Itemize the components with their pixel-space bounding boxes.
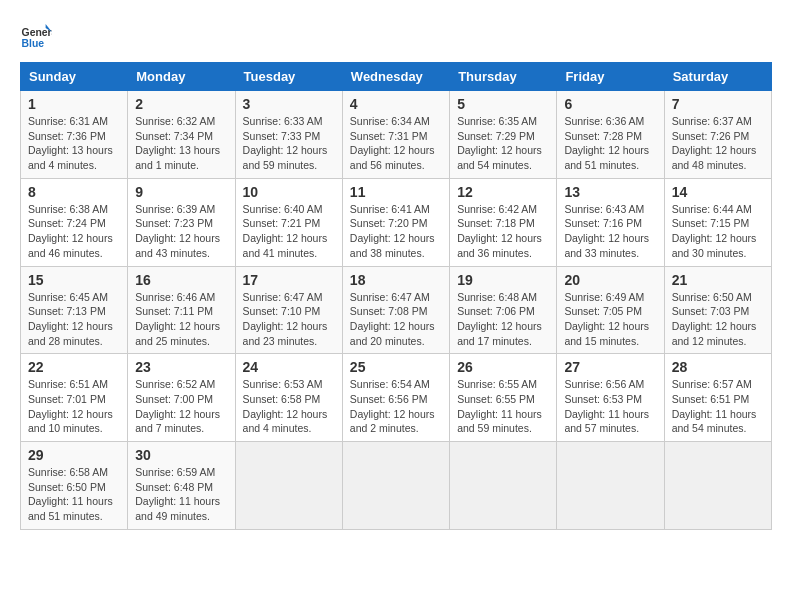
- day-cell: 29 Sunrise: 6:58 AM Sunset: 6:50 PM Dayl…: [21, 442, 128, 530]
- day-info: Sunrise: 6:54 AM Sunset: 6:56 PM Dayligh…: [350, 377, 442, 436]
- logo: General Blue: [20, 20, 52, 52]
- day-info: Sunrise: 6:40 AM Sunset: 7:21 PM Dayligh…: [243, 202, 335, 261]
- day-cell: 18 Sunrise: 6:47 AM Sunset: 7:08 PM Dayl…: [342, 266, 449, 354]
- day-number: 15: [28, 272, 120, 288]
- column-header-friday: Friday: [557, 63, 664, 91]
- calendar-table: SundayMondayTuesdayWednesdayThursdayFrid…: [20, 62, 772, 530]
- day-info: Sunrise: 6:35 AM Sunset: 7:29 PM Dayligh…: [457, 114, 549, 173]
- day-cell: 24 Sunrise: 6:53 AM Sunset: 6:58 PM Dayl…: [235, 354, 342, 442]
- day-number: 26: [457, 359, 549, 375]
- day-number: 5: [457, 96, 549, 112]
- day-number: 11: [350, 184, 442, 200]
- day-number: 14: [672, 184, 764, 200]
- day-cell: [235, 442, 342, 530]
- day-number: 13: [564, 184, 656, 200]
- day-cell: 23 Sunrise: 6:52 AM Sunset: 7:00 PM Dayl…: [128, 354, 235, 442]
- day-info: Sunrise: 6:52 AM Sunset: 7:00 PM Dayligh…: [135, 377, 227, 436]
- day-cell: [342, 442, 449, 530]
- day-number: 1: [28, 96, 120, 112]
- day-number: 20: [564, 272, 656, 288]
- day-info: Sunrise: 6:45 AM Sunset: 7:13 PM Dayligh…: [28, 290, 120, 349]
- day-info: Sunrise: 6:46 AM Sunset: 7:11 PM Dayligh…: [135, 290, 227, 349]
- day-number: 3: [243, 96, 335, 112]
- column-header-tuesday: Tuesday: [235, 63, 342, 91]
- day-info: Sunrise: 6:36 AM Sunset: 7:28 PM Dayligh…: [564, 114, 656, 173]
- day-info: Sunrise: 6:56 AM Sunset: 6:53 PM Dayligh…: [564, 377, 656, 436]
- day-number: 29: [28, 447, 120, 463]
- day-cell: 17 Sunrise: 6:47 AM Sunset: 7:10 PM Dayl…: [235, 266, 342, 354]
- day-info: Sunrise: 6:37 AM Sunset: 7:26 PM Dayligh…: [672, 114, 764, 173]
- day-cell: 3 Sunrise: 6:33 AM Sunset: 7:33 PM Dayli…: [235, 91, 342, 179]
- day-info: Sunrise: 6:41 AM Sunset: 7:20 PM Dayligh…: [350, 202, 442, 261]
- day-cell: 2 Sunrise: 6:32 AM Sunset: 7:34 PM Dayli…: [128, 91, 235, 179]
- day-number: 25: [350, 359, 442, 375]
- day-cell: [557, 442, 664, 530]
- day-number: 12: [457, 184, 549, 200]
- column-header-monday: Monday: [128, 63, 235, 91]
- day-number: 7: [672, 96, 764, 112]
- day-number: 8: [28, 184, 120, 200]
- day-info: Sunrise: 6:44 AM Sunset: 7:15 PM Dayligh…: [672, 202, 764, 261]
- week-row-2: 8 Sunrise: 6:38 AM Sunset: 7:24 PM Dayli…: [21, 178, 772, 266]
- day-info: Sunrise: 6:47 AM Sunset: 7:08 PM Dayligh…: [350, 290, 442, 349]
- day-cell: 12 Sunrise: 6:42 AM Sunset: 7:18 PM Dayl…: [450, 178, 557, 266]
- day-number: 21: [672, 272, 764, 288]
- day-info: Sunrise: 6:49 AM Sunset: 7:05 PM Dayligh…: [564, 290, 656, 349]
- week-row-3: 15 Sunrise: 6:45 AM Sunset: 7:13 PM Dayl…: [21, 266, 772, 354]
- day-info: Sunrise: 6:58 AM Sunset: 6:50 PM Dayligh…: [28, 465, 120, 524]
- day-info: Sunrise: 6:55 AM Sunset: 6:55 PM Dayligh…: [457, 377, 549, 436]
- day-number: 24: [243, 359, 335, 375]
- day-number: 10: [243, 184, 335, 200]
- day-info: Sunrise: 6:53 AM Sunset: 6:58 PM Dayligh…: [243, 377, 335, 436]
- day-info: Sunrise: 6:31 AM Sunset: 7:36 PM Dayligh…: [28, 114, 120, 173]
- day-info: Sunrise: 6:39 AM Sunset: 7:23 PM Dayligh…: [135, 202, 227, 261]
- day-number: 9: [135, 184, 227, 200]
- day-info: Sunrise: 6:34 AM Sunset: 7:31 PM Dayligh…: [350, 114, 442, 173]
- day-cell: 30 Sunrise: 6:59 AM Sunset: 6:48 PM Dayl…: [128, 442, 235, 530]
- day-info: Sunrise: 6:57 AM Sunset: 6:51 PM Dayligh…: [672, 377, 764, 436]
- day-cell: 25 Sunrise: 6:54 AM Sunset: 6:56 PM Dayl…: [342, 354, 449, 442]
- day-number: 27: [564, 359, 656, 375]
- day-cell: 16 Sunrise: 6:46 AM Sunset: 7:11 PM Dayl…: [128, 266, 235, 354]
- day-number: 23: [135, 359, 227, 375]
- day-cell: 11 Sunrise: 6:41 AM Sunset: 7:20 PM Dayl…: [342, 178, 449, 266]
- day-cell: 13 Sunrise: 6:43 AM Sunset: 7:16 PM Dayl…: [557, 178, 664, 266]
- day-number: 4: [350, 96, 442, 112]
- day-cell: 10 Sunrise: 6:40 AM Sunset: 7:21 PM Dayl…: [235, 178, 342, 266]
- day-number: 17: [243, 272, 335, 288]
- day-number: 19: [457, 272, 549, 288]
- day-cell: 4 Sunrise: 6:34 AM Sunset: 7:31 PM Dayli…: [342, 91, 449, 179]
- day-info: Sunrise: 6:32 AM Sunset: 7:34 PM Dayligh…: [135, 114, 227, 173]
- week-row-4: 22 Sunrise: 6:51 AM Sunset: 7:01 PM Dayl…: [21, 354, 772, 442]
- day-info: Sunrise: 6:48 AM Sunset: 7:06 PM Dayligh…: [457, 290, 549, 349]
- day-number: 6: [564, 96, 656, 112]
- day-info: Sunrise: 6:42 AM Sunset: 7:18 PM Dayligh…: [457, 202, 549, 261]
- day-cell: 9 Sunrise: 6:39 AM Sunset: 7:23 PM Dayli…: [128, 178, 235, 266]
- day-info: Sunrise: 6:43 AM Sunset: 7:16 PM Dayligh…: [564, 202, 656, 261]
- day-cell: 21 Sunrise: 6:50 AM Sunset: 7:03 PM Dayl…: [664, 266, 771, 354]
- day-number: 30: [135, 447, 227, 463]
- day-cell: 14 Sunrise: 6:44 AM Sunset: 7:15 PM Dayl…: [664, 178, 771, 266]
- day-info: Sunrise: 6:47 AM Sunset: 7:10 PM Dayligh…: [243, 290, 335, 349]
- day-number: 16: [135, 272, 227, 288]
- day-cell: 28 Sunrise: 6:57 AM Sunset: 6:51 PM Dayl…: [664, 354, 771, 442]
- day-number: 28: [672, 359, 764, 375]
- day-cell: 20 Sunrise: 6:49 AM Sunset: 7:05 PM Dayl…: [557, 266, 664, 354]
- day-number: 22: [28, 359, 120, 375]
- day-info: Sunrise: 6:59 AM Sunset: 6:48 PM Dayligh…: [135, 465, 227, 524]
- day-cell: [664, 442, 771, 530]
- day-cell: 5 Sunrise: 6:35 AM Sunset: 7:29 PM Dayli…: [450, 91, 557, 179]
- column-header-thursday: Thursday: [450, 63, 557, 91]
- day-number: 2: [135, 96, 227, 112]
- day-info: Sunrise: 6:38 AM Sunset: 7:24 PM Dayligh…: [28, 202, 120, 261]
- day-info: Sunrise: 6:51 AM Sunset: 7:01 PM Dayligh…: [28, 377, 120, 436]
- day-cell: 7 Sunrise: 6:37 AM Sunset: 7:26 PM Dayli…: [664, 91, 771, 179]
- day-cell: 26 Sunrise: 6:55 AM Sunset: 6:55 PM Dayl…: [450, 354, 557, 442]
- column-header-saturday: Saturday: [664, 63, 771, 91]
- day-info: Sunrise: 6:33 AM Sunset: 7:33 PM Dayligh…: [243, 114, 335, 173]
- day-number: 18: [350, 272, 442, 288]
- day-cell: 6 Sunrise: 6:36 AM Sunset: 7:28 PM Dayli…: [557, 91, 664, 179]
- day-cell: 1 Sunrise: 6:31 AM Sunset: 7:36 PM Dayli…: [21, 91, 128, 179]
- column-header-sunday: Sunday: [21, 63, 128, 91]
- svg-text:Blue: Blue: [22, 38, 45, 49]
